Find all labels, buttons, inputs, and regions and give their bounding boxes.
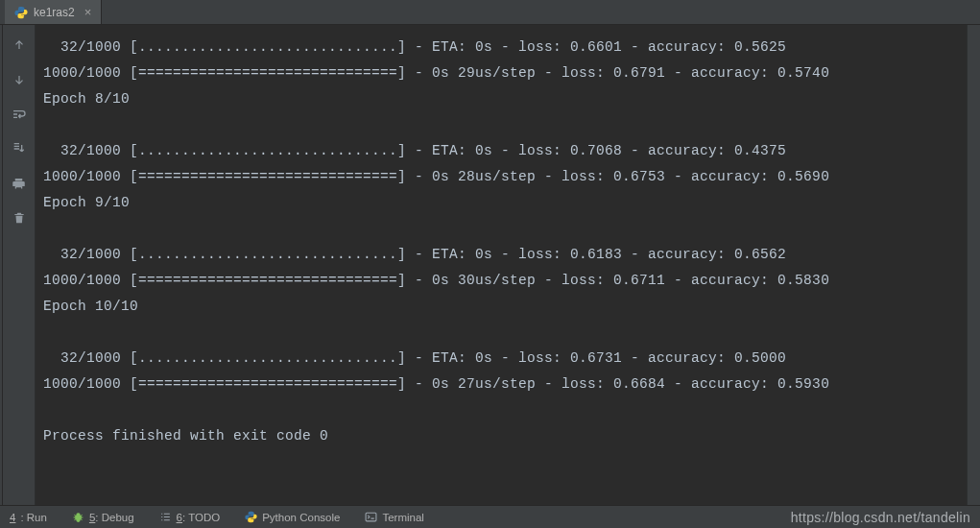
todo-tool-window-button[interactable]: 6: TODO [155,509,225,525]
python-file-icon [14,6,28,19]
tab-bar: ke1ras2 × [0,0,980,25]
debug-tool-window-button[interactable]: 5: Debug [68,509,138,525]
run-hotkey: 4 [10,512,15,523]
file-tab[interactable]: ke1ras2 × [5,0,102,24]
console-output-panel[interactable]: 32/1000 [..............................]… [36,25,967,505]
main-area: 32/1000 [..............................]… [0,25,980,505]
print-icon[interactable] [9,173,30,194]
run-tool-window-button[interactable]: 4: Run [6,510,51,525]
console-text: 32/1000 [..............................]… [43,35,959,449]
trash-icon[interactable] [9,207,30,228]
terminal-label: Terminal [382,512,423,523]
python-console-label: Python Console [262,512,340,523]
run-label: : Run [20,512,47,523]
step-down-icon[interactable] [9,69,30,90]
scroll-to-end-icon[interactable] [9,138,30,159]
debug-label: : Debug [95,512,133,523]
bottom-tool-bar: 4: Run 5: Debug 6: TODO Python Console T… [0,505,980,528]
todo-list-icon [159,511,172,523]
tab-title: ke1ras2 [34,6,75,19]
python-console-button[interactable]: Python Console [241,509,344,525]
terminal-icon [365,511,377,523]
run-tool-column [3,25,36,505]
soft-wrap-icon[interactable] [9,104,30,125]
step-up-icon[interactable] [9,35,30,56]
vertical-scrollbar[interactable] [967,25,980,505]
todo-label: : TODO [182,512,220,523]
terminal-button[interactable]: Terminal [361,509,427,525]
svg-rect-0 [366,513,376,521]
bug-icon [72,511,84,523]
watermark-text: https://blog.csdn.net/tandelin [791,510,970,525]
close-tab-icon[interactable]: × [84,5,92,19]
python-icon [245,511,257,523]
